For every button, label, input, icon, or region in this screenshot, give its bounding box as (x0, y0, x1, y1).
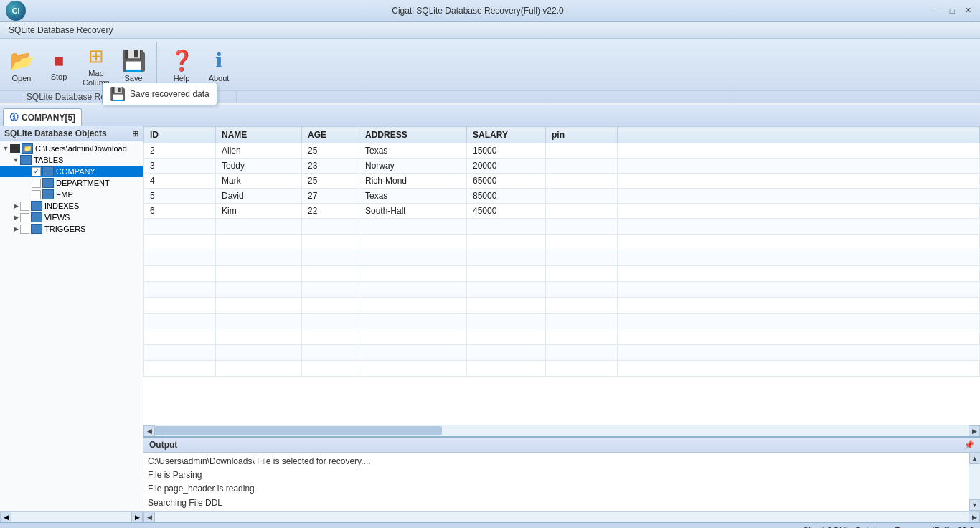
tree-item-company[interactable]: ✓ COMPANY (0, 166, 143, 177)
left-panel: SQLite Database Objects ⊞ ▼ 📁 C:\Users\a… (0, 126, 143, 522)
content-area: SQLite Database Objects ⊞ ▼ 📁 C:\Users\a… (0, 126, 980, 522)
close-button[interactable]: ✕ (961, 4, 974, 17)
left-panel-expand-icon[interactable]: ⊞ (132, 129, 138, 138)
tree-item-root[interactable]: ▼ 📁 C:\Users\admin\Download (0, 143, 143, 154)
tab-company-icon: 🛈 (9, 112, 19, 123)
tree-item-views[interactable]: ▶ VIEWS (0, 212, 143, 223)
tree-checkbox-emp[interactable] (32, 190, 41, 199)
hscroll-right[interactable]: ▶ (969, 425, 980, 437)
tree-item-department[interactable]: DEPARTMENT (0, 177, 143, 189)
output-vscrollbar[interactable]: ▲ ▼ (969, 453, 980, 511)
tree-folder-indexes (31, 201, 42, 211)
tree-arrow-views: ▶ (11, 214, 20, 221)
cell-id: 4 (144, 174, 216, 189)
tree-item-triggers[interactable]: ▶ TRIGGERS (0, 223, 143, 235)
cell-age: 22 (302, 204, 359, 219)
tree-checkbox-views[interactable] (20, 213, 29, 222)
col-header-extra (618, 127, 980, 143)
menubar: SQLite Database Recovery (0, 22, 980, 39)
cell-age: 23 (302, 159, 359, 174)
cell-salary: 20000 (467, 159, 546, 174)
vscroll-up[interactable]: ▲ (969, 453, 981, 464)
tree-arrow-triggers: ▶ (11, 225, 20, 232)
about-icon: ℹ (215, 49, 223, 72)
cell-name: Allen (216, 143, 302, 159)
left-scroll-left[interactable]: ◀ (0, 512, 11, 523)
tree-arrow-root: ▼ (1, 145, 10, 152)
cell-id: 5 (144, 189, 216, 204)
vscroll-track (969, 464, 980, 499)
output-line-2: File is Parsing (148, 468, 964, 482)
cell-name: David (216, 189, 302, 204)
cell-address: Texas (359, 143, 467, 159)
tree-item-emp[interactable]: EMP (0, 189, 143, 200)
cell-address: South-Hall (359, 204, 467, 219)
left-scroll-right[interactable]: ▶ (131, 512, 143, 523)
cell-extra (618, 159, 980, 174)
cell-salary: 65000 (467, 174, 546, 189)
table-row-empty (144, 266, 980, 282)
col-header-age: AGE (302, 127, 359, 143)
open-button[interactable]: 📂 Open (3, 42, 40, 90)
output-hscroll-track (155, 512, 969, 522)
stop-label: Stop (51, 72, 67, 81)
table-row-empty (144, 361, 980, 377)
save-label: Save (124, 74, 142, 82)
menubar-item-sqlite[interactable]: SQLite Database Recovery (3, 24, 118, 37)
output-line-4: Searching File DDL (148, 496, 964, 510)
tree-arrow-tables: ▼ (11, 156, 20, 164)
grid-hscrollbar[interactable]: ◀ ▶ (143, 425, 980, 436)
map-icon: ⊞ (88, 45, 104, 67)
help-label: Help (174, 74, 190, 82)
tree-checkbox-company[interactable]: ✓ (32, 167, 41, 176)
save-popup-label: Save recovered data (130, 89, 209, 99)
tree-label-views: VIEWS (44, 213, 70, 222)
tab-strip: 🛈 COMPANY[5] (0, 105, 980, 126)
stop-icon: ■ (54, 51, 65, 71)
output-hscrollbar[interactable]: ◀ ▶ (143, 511, 980, 522)
tree-item-tables[interactable]: ▼ TABLES (0, 154, 143, 166)
cell-salary: 85000 (467, 189, 546, 204)
cell-extra (618, 189, 980, 204)
cell-address: Norway (359, 159, 467, 174)
cell-pin (546, 204, 618, 219)
cell-age: 25 (302, 143, 359, 159)
tree-icon-root (10, 144, 20, 153)
cell-extra (618, 143, 980, 159)
left-scroll-track (11, 512, 131, 522)
maximize-button[interactable]: □ (946, 4, 958, 17)
tree-label-tables: TABLES (34, 156, 63, 164)
cell-name: Kim (216, 204, 302, 219)
data-grid[interactable]: ID NAME AGE ADDRESS SALARY pin 2 (143, 126, 980, 425)
tree-label-department: DEPARTMENT (56, 179, 110, 187)
tree-checkbox-department[interactable] (32, 179, 41, 188)
tree-arrow-indexes: ▶ (11, 202, 20, 209)
table-row-empty (144, 345, 980, 361)
grid-area: ID NAME AGE ADDRESS SALARY pin 2 (143, 126, 980, 436)
vscroll-down[interactable]: ▼ (969, 499, 981, 511)
tree-container[interactable]: ▼ 📁 C:\Users\admin\Download ▼ TABLES ✓ C… (0, 141, 143, 511)
window-title: Cigati SQLite Database Recovery(Full) v2… (26, 6, 930, 16)
hscroll-thumb (155, 426, 442, 435)
cell-extra (618, 204, 980, 219)
hscroll-track (155, 425, 969, 436)
output-pin-icon[interactable]: 📌 (964, 440, 974, 450)
tree-folder-root: 📁 (22, 143, 33, 154)
minimize-button[interactable]: ─ (930, 4, 943, 17)
output-hscroll-right[interactable]: ▶ (969, 512, 980, 523)
output-title: Output (149, 440, 177, 450)
open-icon: 📂 (9, 49, 34, 72)
output-panel: Output 📌 C:\Users\admin\Downloads\ File … (143, 436, 980, 522)
output-line-3: File page_header is reading (148, 482, 964, 496)
tab-company[interactable]: 🛈 COMPANY[5] (3, 108, 82, 126)
tree-checkbox-triggers[interactable] (20, 225, 29, 234)
tree-label-emp: EMP (56, 190, 73, 199)
tree-item-indexes[interactable]: ▶ INDEXES (0, 200, 143, 212)
hscroll-left[interactable]: ◀ (143, 425, 155, 437)
cell-pin (546, 174, 618, 189)
tree-checkbox-indexes[interactable] (20, 202, 29, 211)
output-hscroll-left[interactable]: ◀ (143, 512, 155, 523)
left-panel-header: SQLite Database Objects ⊞ (0, 126, 143, 141)
left-panel-hscrollbar[interactable]: ◀ ▶ (0, 511, 143, 522)
stop-button[interactable]: ■ Stop (40, 42, 77, 90)
